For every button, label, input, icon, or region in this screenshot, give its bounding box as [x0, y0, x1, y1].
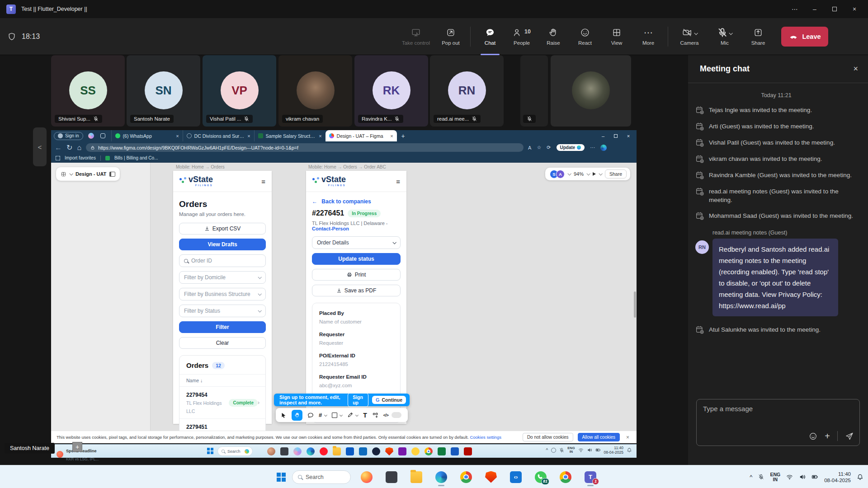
chevron-down-icon[interactable]	[355, 413, 359, 417]
update-status-button[interactable]: Update status	[312, 253, 401, 265]
deny-cookies-button[interactable]: Do not allow cookies	[523, 433, 573, 441]
calculator-icon[interactable]	[346, 447, 354, 455]
hamburger-menu-icon[interactable]: ≡	[261, 178, 265, 185]
share-region-handle[interactable]: +	[72, 442, 82, 452]
camera-button[interactable]: Camera	[672, 18, 707, 55]
google-continue-button[interactable]: GContinue	[372, 396, 406, 404]
wifi-icon[interactable]	[578, 447, 584, 453]
edge-profile-icon[interactable]	[600, 145, 607, 151]
dev-mode-icon[interactable]: </>	[383, 413, 389, 418]
favorite-star-icon[interactable]: ☆	[537, 145, 541, 150]
frame-label[interactable]: Mobile: Home → Orders	[176, 164, 225, 169]
chevron-down-icon[interactable]	[340, 413, 343, 417]
teams-icon[interactable]: T1	[585, 471, 596, 483]
present-icon[interactable]	[593, 172, 596, 176]
attach-plus-icon[interactable]: +	[825, 432, 830, 440]
tab-close-icon[interactable]: ×	[176, 133, 179, 139]
participant-tile[interactable]: RK Ravindra K...	[354, 55, 428, 127]
canvas-scrollbar[interactable]	[634, 291, 636, 318]
chat-close-icon[interactable]: ×	[853, 64, 858, 74]
figma-menu-grid-icon[interactable]	[61, 171, 66, 177]
vscode-icon[interactable]: ‹›	[510, 471, 522, 483]
browser-tab-active[interactable]: Design - UAT – Figma×	[326, 130, 397, 141]
browser-tab[interactable]: DC Divisions and Surroundings×	[183, 130, 254, 141]
clear-button[interactable]: Clear	[179, 337, 266, 349]
opera-gx-icon[interactable]	[372, 447, 380, 455]
chat-button[interactable]: Chat	[474, 18, 506, 55]
chrome-icon[interactable]	[460, 471, 472, 483]
save-as-pdf-button[interactable]: Save as PDF	[312, 285, 401, 296]
copilot-icon[interactable]	[88, 133, 95, 139]
figma-doc-pill[interactable]: Design - UAT	[56, 167, 120, 181]
mic-button[interactable]: Mic	[707, 18, 742, 55]
leave-button[interactable]: Leave	[781, 27, 828, 47]
whatsapp-icon[interactable]: 81	[535, 471, 547, 483]
refresh-icon[interactable]: ↻	[66, 143, 72, 152]
order-id-search-input[interactable]: Order ID	[179, 254, 266, 267]
browser-minimize-button[interactable]: –	[597, 133, 609, 139]
opera-icon[interactable]	[320, 447, 328, 455]
tray-mic-icon[interactable]	[758, 474, 764, 480]
tab-search-icon[interactable]	[99, 133, 107, 138]
view-button[interactable]: View	[601, 18, 632, 55]
more-button[interactable]: ⋯ More	[632, 18, 664, 55]
participant-tile[interactable]	[551, 55, 631, 127]
filter-domicile-select[interactable]: Filter by Domicile	[179, 271, 266, 284]
brave-icon[interactable]	[385, 447, 393, 455]
chrome-icon[interactable]	[425, 447, 433, 455]
browser-tab[interactable]: Sample Salary Structure with calc×	[254, 130, 326, 141]
clock[interactable]: 11:4008-04-2025	[604, 446, 623, 455]
battery-icon[interactable]	[811, 474, 818, 480]
outlook-icon[interactable]	[359, 447, 367, 455]
language-indicator[interactable]: ENGIN	[567, 446, 575, 454]
browser-tab[interactable]: (6) WhatsApp×	[111, 130, 183, 141]
battery-icon[interactable]	[595, 447, 601, 453]
firefox-icon[interactable]	[361, 471, 373, 483]
chevron-down-icon[interactable]	[567, 172, 571, 175]
app-icon[interactable]	[398, 447, 406, 455]
volume-icon[interactable]	[799, 474, 806, 480]
read-aloud-icon[interactable]: A	[528, 145, 531, 150]
taskbar-search-box[interactable]: Search	[217, 446, 253, 456]
hamburger-menu-icon[interactable]: ≡	[396, 178, 400, 185]
favorites-item[interactable]: Bills | Billing and Co...	[114, 155, 158, 160]
window-more-icon[interactable]: ⋯	[785, 0, 805, 18]
allow-cookies-button[interactable]: Allow all cookies	[578, 433, 620, 441]
chevron-down-icon[interactable]	[324, 413, 327, 417]
browser-maximize-button[interactable]	[609, 133, 622, 139]
tab-close-icon[interactable]: ×	[319, 133, 321, 139]
volume-icon[interactable]	[587, 447, 592, 453]
file-explorer-icon[interactable]	[333, 447, 341, 455]
participant-tile[interactable]: RN read.ai mee...	[430, 55, 504, 127]
pinned-app-icon[interactable]	[267, 447, 275, 455]
tab-close-icon[interactable]: ×	[390, 133, 393, 139]
notification-bell-icon[interactable]	[857, 474, 863, 480]
edge-icon[interactable]	[307, 447, 315, 455]
emoji-icon[interactable]	[809, 432, 817, 441]
brave-icon[interactable]	[485, 471, 497, 483]
start-button[interactable]	[277, 473, 286, 482]
shape-tool-icon[interactable]	[332, 413, 337, 418]
order-row[interactable]: 2279451TL Flex Holdings LLC Complete ›	[179, 418, 265, 431]
resources-tool-icon[interactable]	[372, 412, 378, 418]
tray-chevron-up-icon[interactable]: ^	[546, 448, 548, 453]
figma-sign-up-button[interactable]: Sign up	[348, 393, 368, 407]
cookies-settings-link[interactable]: Cookies settings	[470, 435, 501, 440]
start-button[interactable]	[207, 448, 213, 454]
file-explorer-icon[interactable]	[410, 471, 422, 483]
favorites-item[interactable]: Import favorites	[65, 155, 96, 160]
figma-canvas[interactable]: Design - UAT Mobile: Home → Orders Mobil…	[51, 163, 637, 431]
filter-business-structure-select[interactable]: Filter by Business Structure	[179, 288, 266, 300]
figma-share-button[interactable]: Share	[605, 169, 627, 178]
zoom-level[interactable]: 94%	[574, 171, 584, 177]
tab-close-icon[interactable]: ×	[247, 133, 250, 139]
taskbar-search-box[interactable]: Search	[292, 470, 351, 484]
word-icon[interactable]	[451, 447, 459, 455]
window-maximize-button[interactable]	[825, 0, 844, 18]
layout-panel-icon[interactable]	[109, 172, 115, 177]
filter-button[interactable]: Filter	[179, 321, 266, 333]
participant-tile[interactable]: vikram chavan	[278, 55, 352, 127]
back-to-companies-link[interactable]: ← Back to companies	[312, 198, 401, 205]
window-minimize-button[interactable]: –	[805, 0, 825, 18]
participant-tile[interactable]: SN Santosh Narate	[127, 55, 200, 127]
